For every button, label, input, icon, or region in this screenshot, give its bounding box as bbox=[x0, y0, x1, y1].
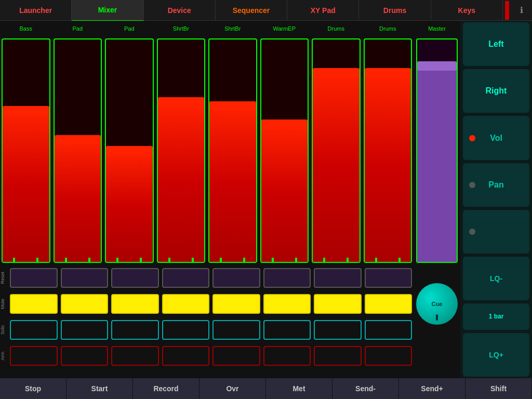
extra-dot bbox=[469, 229, 475, 235]
ch6-fader[interactable] bbox=[259, 36, 311, 265]
ch4-label: ShrtBr bbox=[155, 25, 207, 32]
arm-label: Arm bbox=[0, 352, 8, 361]
ch1-reset[interactable] bbox=[10, 268, 58, 288]
ch4-fader[interactable] bbox=[155, 36, 207, 265]
ch2-arm[interactable] bbox=[61, 346, 109, 366]
tab-launcher[interactable]: Launcher bbox=[0, 0, 72, 21]
extra-button[interactable] bbox=[463, 210, 529, 254]
tab-xypad[interactable]: XY Pad bbox=[287, 0, 359, 21]
lq-plus-button[interactable]: LQ+ bbox=[463, 333, 529, 377]
vol-button[interactable]: Vol bbox=[463, 116, 529, 159]
arm-row: Arm bbox=[0, 343, 460, 369]
ch7-label: Drums bbox=[310, 25, 362, 32]
ch3-label: Pad bbox=[103, 25, 155, 32]
ch5-mute[interactable] bbox=[212, 294, 260, 314]
ch6-label: WarmEP bbox=[259, 25, 311, 32]
ch2-mute[interactable] bbox=[61, 294, 109, 314]
send-plus-button[interactable]: Send+ bbox=[399, 378, 466, 399]
left-button[interactable]: Left bbox=[463, 22, 529, 66]
ch7-solo[interactable] bbox=[314, 320, 362, 340]
ch3-reset[interactable] bbox=[111, 268, 159, 288]
master-fader[interactable] bbox=[414, 36, 460, 265]
vol-dot bbox=[469, 135, 475, 141]
ch1-fader[interactable] bbox=[0, 36, 52, 265]
lq-minus-button[interactable]: LQ- bbox=[463, 257, 529, 300]
ovr-button[interactable]: Ovr bbox=[200, 378, 266, 399]
stop-button[interactable]: Stop bbox=[0, 378, 66, 399]
ch2-reset[interactable] bbox=[61, 268, 109, 288]
ch8-reset[interactable] bbox=[365, 268, 413, 288]
fader-area bbox=[0, 36, 460, 265]
tab-drums[interactable]: Drums bbox=[359, 0, 431, 21]
ch2-label: Pad bbox=[52, 25, 104, 32]
ch5-reset[interactable] bbox=[212, 268, 260, 288]
ch8-mute[interactable] bbox=[365, 294, 413, 314]
right-button[interactable]: Right bbox=[463, 69, 529, 113]
pan-dot bbox=[469, 182, 475, 188]
tab-keys[interactable]: Keys bbox=[431, 0, 503, 21]
ch1-mute[interactable] bbox=[10, 294, 58, 314]
ch3-mute[interactable] bbox=[111, 294, 159, 314]
right-panel: Left Right Vol Pan LQ- 1 bar LQ+ bbox=[460, 21, 532, 378]
ch3-solo[interactable] bbox=[111, 320, 159, 340]
tab-mixer[interactable]: Mixer bbox=[72, 0, 143, 21]
ch1-label: Bass bbox=[0, 25, 52, 32]
ch6-reset[interactable] bbox=[263, 268, 311, 288]
channels-area: Bass Pad Pad ShrtBr ShrtBr WarmEP Drums … bbox=[0, 21, 460, 378]
ch7-arm[interactable] bbox=[314, 346, 362, 366]
reset-row: Reset bbox=[0, 265, 460, 291]
tab-sequencer[interactable]: Sequencer bbox=[216, 0, 287, 21]
reset-label: Reset bbox=[0, 272, 8, 284]
bottom-controls: Reset Mute bbox=[0, 265, 460, 378]
ch5-fader[interactable] bbox=[207, 36, 259, 265]
bar-button[interactable]: 1 bar bbox=[463, 303, 529, 330]
ch8-fader[interactable] bbox=[362, 36, 414, 265]
cue-knob[interactable]: Cue bbox=[416, 283, 458, 325]
pan-button[interactable]: Pan bbox=[463, 163, 529, 207]
solo-row: Solo bbox=[0, 317, 460, 343]
ch4-mute[interactable] bbox=[162, 294, 210, 314]
ch5-label: ShrtBr bbox=[207, 25, 259, 32]
met-button[interactable]: Met bbox=[266, 378, 332, 399]
solo-label: Solo bbox=[0, 325, 8, 335]
ch4-solo[interactable] bbox=[162, 320, 210, 340]
ch2-fader[interactable] bbox=[52, 36, 104, 265]
ch4-reset[interactable] bbox=[162, 268, 210, 288]
master-label: Master bbox=[414, 25, 460, 32]
start-button[interactable]: Start bbox=[66, 378, 133, 399]
ch6-mute[interactable] bbox=[263, 294, 311, 314]
cue-knob-label: Cue bbox=[432, 301, 443, 307]
info-button[interactable]: ℹ bbox=[511, 5, 532, 15]
channel-bottom-controls: Reset Mute bbox=[0, 265, 460, 378]
record-button[interactable]: Record bbox=[133, 378, 200, 399]
mute-label: Mute bbox=[0, 299, 8, 309]
level-indicator bbox=[505, 1, 509, 20]
top-navigation: Launcher Mixer Device Sequencer XY Pad D… bbox=[0, 0, 532, 21]
ch2-solo[interactable] bbox=[61, 320, 109, 340]
ch7-mute[interactable] bbox=[314, 294, 362, 314]
ch3-arm[interactable] bbox=[111, 346, 159, 366]
ch8-arm[interactable] bbox=[365, 346, 413, 366]
ch5-arm[interactable] bbox=[212, 346, 260, 366]
mute-row: Mute Cue bbox=[0, 291, 460, 317]
ch7-fader[interactable] bbox=[310, 36, 362, 265]
ch6-arm[interactable] bbox=[263, 346, 311, 366]
transport-bar: Stop Start Record Ovr Met Send- Send+ Sh… bbox=[0, 378, 532, 399]
ch5-solo[interactable] bbox=[212, 320, 260, 340]
ch6-solo[interactable] bbox=[263, 320, 311, 340]
ch8-label: Drums bbox=[362, 25, 414, 32]
ch1-solo[interactable] bbox=[10, 320, 58, 340]
send-minus-button[interactable]: Send- bbox=[332, 378, 399, 399]
main-area: Bass Pad Pad ShrtBr ShrtBr WarmEP Drums … bbox=[0, 21, 532, 378]
ch1-arm[interactable] bbox=[10, 346, 58, 366]
ch7-reset[interactable] bbox=[314, 268, 362, 288]
shift-button[interactable]: Shift bbox=[466, 378, 532, 399]
ch4-arm[interactable] bbox=[162, 346, 210, 366]
tab-device[interactable]: Device bbox=[144, 0, 216, 21]
channel-headers: Bass Pad Pad ShrtBr ShrtBr WarmEP Drums … bbox=[0, 21, 460, 36]
ch3-fader[interactable] bbox=[103, 36, 155, 265]
ch8-solo[interactable] bbox=[365, 320, 413, 340]
